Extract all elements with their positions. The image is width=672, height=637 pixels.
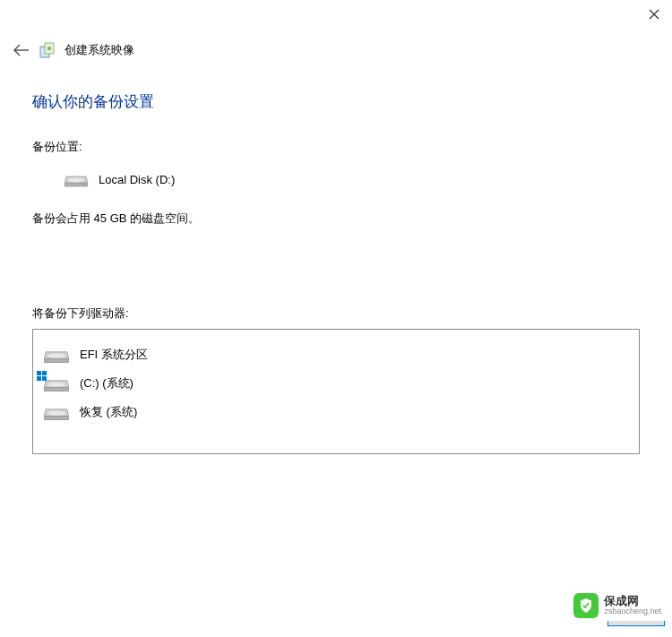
content-area: 确认你的备份设置 备份位置: Local Disk (D:) 备份会占用 45 … <box>0 59 672 454</box>
drive-name: (C:) (系统) <box>80 375 134 392</box>
watermark-text: 保成网 zsbaocheng.net <box>604 595 661 616</box>
svg-rect-12 <box>37 376 41 381</box>
drives-list: EFI 系统分区 (C:) (系统) <box>32 329 640 454</box>
watermark-badge <box>573 593 599 618</box>
disk-icon <box>44 403 69 421</box>
disk-icon <box>44 374 69 392</box>
footer: 开始 保成网 zsbaocheng.net <box>607 599 672 626</box>
drive-icon-wrap <box>44 403 69 421</box>
svg-rect-14 <box>44 387 69 391</box>
svg-point-17 <box>47 410 65 415</box>
window-title: 创建系统映像 <box>65 42 134 58</box>
svg-rect-7 <box>82 185 85 186</box>
back-button[interactable] <box>13 41 30 59</box>
drive-row: (C:) (系统) <box>44 369 628 398</box>
location-value: Local Disk (D:) <box>99 173 175 186</box>
drive-row: EFI 系统分区 <box>44 340 628 369</box>
close-icon <box>649 9 659 20</box>
windows-logo-icon <box>37 371 47 382</box>
disk-icon <box>65 171 88 187</box>
drive-name: EFI 系统分区 <box>80 347 148 363</box>
watermark-title: 保成网 <box>604 595 661 607</box>
location-label: 备份位置: <box>32 139 640 155</box>
page-heading: 确认你的备份设置 <box>32 91 640 112</box>
watermark: 保成网 zsbaocheng.net <box>568 590 667 621</box>
drive-row: 恢复 (系统) <box>44 398 628 426</box>
svg-rect-11 <box>42 371 47 375</box>
back-arrow-icon <box>13 44 30 56</box>
svg-point-6 <box>68 178 84 183</box>
backup-location-row: Local Disk (D:) <box>32 171 640 187</box>
close-button[interactable] <box>643 4 665 25</box>
svg-rect-13 <box>42 376 47 381</box>
svg-rect-10 <box>37 371 41 375</box>
header-row: 创建系统映像 <box>0 32 672 59</box>
titlebar <box>0 0 672 32</box>
watermark-url: zsbaocheng.net <box>604 607 661 616</box>
disk-icon <box>44 346 69 364</box>
drives-label: 将备份下列驱动器: <box>32 306 640 322</box>
app-icon <box>39 42 56 58</box>
svg-point-15 <box>47 382 65 386</box>
svg-point-4 <box>47 47 51 50</box>
drive-icon-wrap <box>44 374 69 392</box>
backup-size-text: 备份会占用 45 GB 的磁盘空间。 <box>32 211 640 227</box>
drive-name: 恢复 (系统) <box>80 404 137 420</box>
shield-check-icon <box>578 598 594 614</box>
svg-rect-8 <box>44 358 69 362</box>
drive-icon-wrap <box>44 346 69 364</box>
svg-rect-16 <box>44 416 69 419</box>
svg-point-9 <box>47 353 65 357</box>
